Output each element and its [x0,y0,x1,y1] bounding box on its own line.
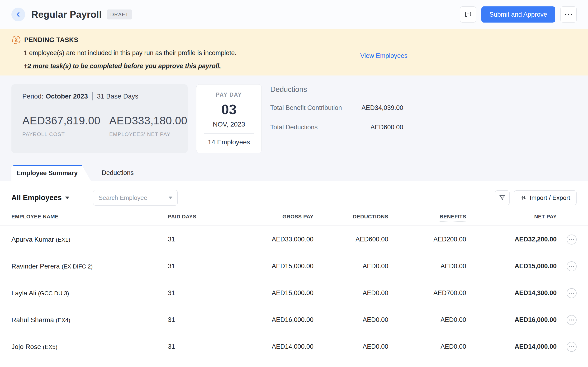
ellipsis-icon [569,346,570,347]
chevron-down-icon [65,197,69,199]
deductions-cell: AED0.00 [313,343,388,350]
ellipsis-icon [569,239,570,240]
divider [204,133,254,134]
deductions-cell: AED600.00 [313,236,388,243]
row-more-button[interactable] [567,234,577,244]
tab-bar: Employee Summary Deductions [0,165,588,181]
tab-deductions[interactable]: Deductions [102,169,134,177]
gross-pay-cell: AED15,000.00 [197,289,313,297]
total-benefit-contribution-value: AED34,039.00 [361,104,403,112]
status-badge: DRAFT [107,9,132,19]
deductions-cell: AED0.00 [313,289,388,297]
payday-employee-count: 14 Employees [196,138,261,146]
import-export-button[interactable]: Import / Export [514,190,577,205]
employee-name: Apurva Kumar (EX1) [11,236,168,243]
comment-icon [464,10,472,18]
net-pay-cell: AED16,000.00 [466,316,557,324]
total-deductions-label: Total Deductions [270,124,318,131]
row-more-button[interactable] [567,261,577,271]
search-employee-input[interactable] [93,190,178,206]
net-pay-cell: AED15,000.00 [466,263,557,270]
hourglass-icon [11,35,21,45]
column-employee-name: EMPLOYEE NAME [11,214,168,220]
base-days: 31 Base Days [97,92,138,100]
payroll-cost-label: PAYROLL COST [22,131,93,137]
summary-section: Period: October 2023 31 Base Days AED367… [0,75,588,165]
column-gross-pay: GROSS PAY [197,214,313,220]
column-deductions: DEDUCTIONS [313,214,388,220]
ellipsis-icon [569,293,570,294]
table-header: EMPLOYEE NAME PAID DAYS GROSS PAY DEDUCT… [0,212,588,226]
deductions-cell: AED0.00 [313,316,388,324]
ellipsis-icon [565,14,572,15]
payday-day: 03 [196,101,261,117]
employee-name: Jojo Rose (EX5) [11,343,168,351]
row-more-button[interactable] [567,342,577,352]
pending-tasks-message: 1 employee(s) are not included in this p… [24,49,577,57]
payday-month-year: NOV, 2023 [196,121,261,128]
table-row[interactable]: Rahul Sharma (EX4) 31 AED16,000.00 AED0.… [0,307,588,333]
benefits-cell: AED200.00 [388,236,466,243]
table-row[interactable]: Layla Ali (GCC DU 3) 31 AED15,000.00 AED… [0,280,588,307]
table-row[interactable]: Apurva Kumar (EX1) 31 AED33,000.00 AED60… [0,226,588,253]
benefits-cell: AED0.00 [388,343,466,350]
filter-button[interactable] [495,190,510,205]
net-pay-cell: AED14,000.00 [466,343,557,350]
table-row[interactable]: Ravinder Perera (EX DIFC 2) 31 AED15,000… [0,253,588,280]
employee-name: Layla Ali (GCC DU 3) [11,289,168,297]
active-tab-indicator [11,165,83,166]
net-pay-cell: AED32,200.00 [466,236,557,243]
payday-label: PAY DAY [196,92,261,98]
page-header: Regular Payroll DRAFT Submit and Approve [0,0,588,29]
gross-pay-cell: AED16,000.00 [197,316,313,324]
gross-pay-cell: AED33,000.00 [197,236,313,243]
ellipsis-icon [569,266,570,267]
gross-pay-cell: AED15,000.00 [197,263,313,270]
total-benefit-contribution-label[interactable]: Total Benefit Contribution [270,104,342,113]
payday-card: PAY DAY 03 NOV, 2023 14 Employees [196,84,262,153]
chevron-down-icon[interactable] [169,197,172,199]
pending-tasks-title: PENDING TASKS [24,36,78,44]
period-value: October 2023 [46,92,88,100]
chevron-left-icon [15,11,22,18]
deductions-panel: Deductions Total Benefit Contribution AE… [270,84,403,153]
paid-days-cell: 31 [168,236,197,243]
gross-pay-cell: AED14,000.00 [197,343,313,350]
submit-approve-button[interactable]: Submit and Approve [481,6,555,23]
employee-name: Rahul Sharma (EX4) [11,316,168,324]
divider [92,92,92,100]
column-net-pay: NET PAY [466,214,557,220]
column-benefits[interactable]: BENEFITS [388,214,466,221]
all-employees-dropdown[interactable]: All Employees [11,193,69,202]
ellipsis-icon [569,319,570,320]
table-body: Apurva Kumar (EX1) 31 AED33,000.00 AED60… [0,226,588,360]
back-button[interactable] [11,8,25,21]
period-card: Period: October 2023 31 Base Days AED367… [11,84,188,153]
period-label: Period: [22,92,43,100]
column-paid-days: PAID DAYS [168,214,197,220]
paid-days-cell: 31 [168,343,197,350]
payroll-cost-value: AED367,819.00 [22,114,93,127]
more-actions-button[interactable] [561,6,577,23]
employee-summary-content: All Employees Import / Export EMPLO [0,181,588,360]
row-more-button[interactable] [567,315,577,325]
more-tasks-link[interactable]: +2 more task(s) to be completed before y… [24,62,221,70]
net-pay-label: EMPLOYEES' NET PAY [109,131,180,137]
paid-days-cell: 31 [168,263,197,270]
employee-name: Ravinder Perera (EX DIFC 2) [11,263,168,270]
net-pay-value: AED333,180.00 [109,114,180,127]
row-more-button[interactable] [567,288,577,298]
net-pay-cell: AED14,300.00 [466,289,557,297]
benefits-cell: AED0.00 [388,263,466,270]
deductions-cell: AED0.00 [313,263,388,270]
table-row[interactable]: Jojo Rose (EX5) 31 AED14,000.00 AED0.00 … [0,333,588,360]
pending-tasks-banner: PENDING TASKS 1 employee(s) are not incl… [0,29,588,75]
comments-button[interactable] [460,6,476,23]
import-export-icon [520,194,527,201]
tab-employee-summary[interactable]: Employee Summary [11,165,91,181]
filter-icon [499,194,506,201]
deductions-panel-title: Deductions [270,85,403,94]
total-deductions-value: AED600.00 [370,124,403,131]
view-employees-link[interactable]: View Employees [360,52,408,59]
paid-days-cell: 31 [168,316,197,324]
